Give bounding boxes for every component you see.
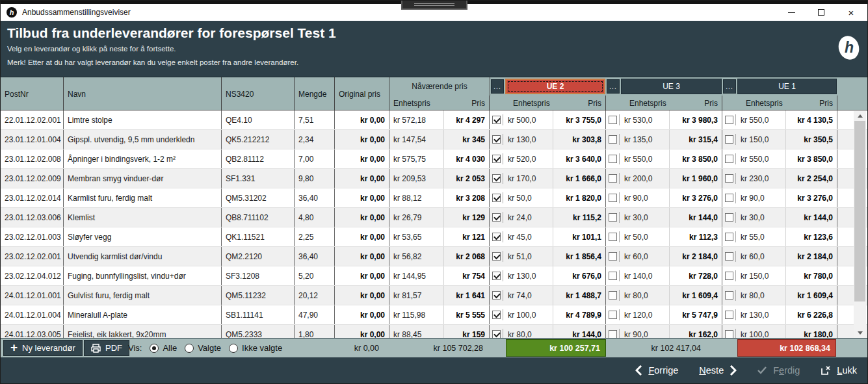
next-button[interactable]: Neste <box>699 365 737 376</box>
close-button[interactable]: × <box>841 5 861 19</box>
supplier-select-button[interactable]: UE 2 <box>505 79 605 94</box>
offer-checkbox[interactable] <box>492 291 501 300</box>
offer-checkbox[interactable] <box>609 252 617 261</box>
radio-icon[interactable] <box>229 344 238 353</box>
offer-checkbox[interactable] <box>725 116 733 124</box>
scrollbar-thumb[interactable] <box>854 121 865 301</box>
radio-icon[interactable] <box>150 344 159 353</box>
filter-option[interactable]: Valgte <box>185 343 221 353</box>
offer-checkbox[interactable] <box>725 213 733 222</box>
supplier-options-button[interactable]: ... <box>723 79 736 94</box>
radio-icon[interactable] <box>185 344 194 353</box>
offer-checkbox[interactable] <box>609 272 617 280</box>
drag-handle[interactable] <box>401 1 467 10</box>
offer-checkbox[interactable] <box>609 116 617 124</box>
offer-checkbox[interactable] <box>609 194 617 202</box>
original-pris-cell: kr 0,00 <box>335 247 389 266</box>
supplier-options-button[interactable]: ... <box>607 79 620 94</box>
checkbox-divider <box>735 290 736 301</box>
offer-price-cell: kr 4 789,9 <box>553 305 606 324</box>
scroll-down-button[interactable] <box>854 328 866 338</box>
close-wizard-button[interactable]: Lukk <box>821 365 857 376</box>
new-supplier-button[interactable]: + Ny leverandør <box>3 340 83 356</box>
offer-checkbox[interactable] <box>725 252 733 261</box>
offer-checkbox[interactable] <box>609 135 617 144</box>
offer-checkbox[interactable] <box>492 116 501 124</box>
table-row[interactable]: 23.01.12.01.004Gipspl. utvendig, 9,5 mm … <box>1 130 867 149</box>
offer-checkbox[interactable] <box>492 272 501 280</box>
postnr-cell: 23.02.12.04.012 <box>1 266 64 285</box>
checkbox-divider <box>619 192 620 203</box>
offer-checkbox[interactable] <box>725 194 733 202</box>
ns3420-cell: QE4.10 <box>222 110 295 129</box>
checkbox-divider <box>735 173 736 184</box>
offer-unit-price-cell: kr 520,0 <box>490 149 553 168</box>
col-header-enhetspris: Enhetspris <box>606 96 670 110</box>
offer-checkbox[interactable] <box>492 135 501 144</box>
mengde-cell: 1,80 <box>295 325 335 338</box>
offer-checkbox[interactable] <box>609 213 617 222</box>
minimize-button[interactable] <box>782 5 801 19</box>
supplier-select-button[interactable]: UE 3 <box>621 79 722 94</box>
table-row[interactable]: 24.01.12.03.005Feielist, eik lakkert, 9x… <box>1 325 867 338</box>
mengde-cell: 4,80 <box>295 208 335 227</box>
table-row[interactable]: 23.01.12.02.008Åpninger i bindingsverk, … <box>1 149 867 169</box>
offer-checkbox[interactable] <box>609 330 617 338</box>
offer-checkbox[interactable] <box>492 252 501 261</box>
table-row[interactable]: 24.01.12.01.004Mineralull A-plateSB1.111… <box>1 305 867 325</box>
vertical-scrollbar[interactable] <box>854 111 866 338</box>
original-pris-cell: kr 0,00 <box>335 149 389 168</box>
offer-checkbox[interactable] <box>492 213 501 222</box>
navn-cell: Fuging, bunnfyllingslist, vindu+dør <box>64 266 222 285</box>
offer-checkbox[interactable] <box>492 330 501 338</box>
supplier-select-button[interactable]: UE 1 <box>737 79 837 94</box>
filter-option-label: Alle <box>163 343 177 353</box>
offer-checkbox[interactable] <box>609 291 617 300</box>
filter-option[interactable]: Alle <box>150 343 177 353</box>
table-row[interactable]: 23.01.12.02.014Karmlist furu, ferdig mal… <box>1 188 867 208</box>
table-row[interactable]: 22.01.12.02.001Limtre stolpeQE4.107,51kr… <box>1 110 867 130</box>
offer-checkbox[interactable] <box>609 174 617 183</box>
pdf-button[interactable]: PDF <box>84 340 129 356</box>
filter-option[interactable]: Ikke valgte <box>229 343 282 353</box>
table-row[interactable]: 24.01.12.01.001Gulvlist furu, ferdig mal… <box>1 286 867 305</box>
page-note: Merk! Etter at du har valgt leverandør k… <box>7 58 867 66</box>
checkbox-divider <box>503 329 503 338</box>
table-row[interactable]: 23.02.12.04.012Fuging, bunnfyllingslist,… <box>1 266 867 286</box>
header-filler <box>837 77 867 110</box>
offer-checkbox[interactable] <box>725 272 733 280</box>
offer-checkbox[interactable] <box>492 174 501 183</box>
ns3420-cell: QM5.2333 <box>222 325 295 338</box>
ns3420-cell: QB2.81112 <box>222 149 295 168</box>
maximize-button[interactable] <box>811 5 831 19</box>
offer-checkbox[interactable] <box>725 155 733 163</box>
offer-checkbox[interactable] <box>725 330 733 338</box>
scroll-up-button[interactable] <box>854 111 866 121</box>
offer-checkbox[interactable] <box>492 311 501 319</box>
offer-checkbox[interactable] <box>725 311 733 319</box>
offer-checkbox[interactable] <box>492 155 501 163</box>
supplier-options-button[interactable]: ... <box>491 79 504 94</box>
previous-button[interactable]: Forrige <box>635 365 678 376</box>
offer-price-cell: kr 728,0 <box>670 266 722 285</box>
offer-checkbox[interactable] <box>492 194 501 202</box>
offer-checkbox[interactable] <box>725 174 733 183</box>
table-row[interactable]: 23.01.12.03.006KlemlistQB8.7111024,80kr … <box>1 208 867 227</box>
offer-checkbox[interactable] <box>725 135 733 144</box>
finish-button[interactable]: Ferdig <box>757 365 800 376</box>
offer-checkbox[interactable] <box>609 311 617 319</box>
postnr-cell: 22.01.12.02.001 <box>1 110 64 129</box>
table-row[interactable]: 23.01.12.02.009Membran smyg vinduer-dørS… <box>1 169 867 188</box>
offer-checkbox[interactable] <box>725 233 733 241</box>
original-pris-cell: kr 0,00 <box>335 110 389 129</box>
offer-checkbox[interactable] <box>609 233 617 241</box>
offer-price-cell: kr 1 609,4 <box>786 286 837 305</box>
offer-checkbox[interactable] <box>609 155 617 163</box>
offer-checkbox[interactable] <box>492 233 501 241</box>
offer-unit-price-cell: kr 150,0 <box>722 266 786 285</box>
table-row[interactable]: 23.02.12.02.001Utvendig karmlist dør/vin… <box>1 247 867 266</box>
table-row[interactable]: 23.02.12.01.003Sløyfer veggQK1.115212,25… <box>1 227 867 247</box>
mengde-cell: 5,20 <box>295 266 335 285</box>
current-price-cell: kr 2 068 <box>444 247 490 266</box>
offer-checkbox[interactable] <box>725 291 733 300</box>
